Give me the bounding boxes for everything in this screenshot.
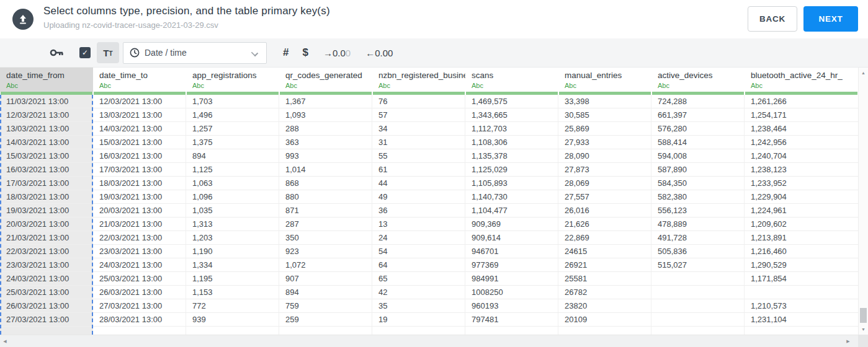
table-cell: 907	[279, 272, 372, 286]
text-type-button[interactable]: TT	[97, 42, 119, 63]
table-cell: 24	[372, 231, 465, 245]
table-cell: 556,123	[651, 204, 745, 217]
column-header-app_registrations[interactable]: app_registrationsAbc	[186, 68, 279, 92]
column-name: date_time_to	[99, 71, 186, 80]
include-column-checkbox[interactable]: ✓	[79, 47, 91, 58]
table-cell: 20/03/2021 13:00	[93, 204, 186, 217]
table-cell: 28,069	[558, 177, 651, 190]
table-row: 21/03/2021 13:0022/03/2021 13:001,203350…	[0, 231, 858, 245]
table-cell: 34	[372, 122, 465, 136]
table-cell: 1,233,952	[745, 177, 858, 190]
table-cell: 594,008	[651, 149, 745, 163]
column-header-qr_codes_generated[interactable]: qr_codes_generatedAbc	[279, 68, 372, 92]
table-cell: 288	[279, 122, 372, 136]
column-type-badge: Abc	[751, 82, 858, 89]
table-cell: 27,873	[558, 163, 651, 177]
column-header-date_time_from[interactable]: date_time_fromAbc	[0, 68, 93, 92]
table-cell: 1,343,665	[465, 108, 558, 122]
table-row: 12/03/2021 13:0013/03/2021 13:001,4961,0…	[0, 108, 858, 122]
column-type-badge: Abc	[565, 82, 651, 89]
column-header-active_devices[interactable]: active_devicesAbc	[651, 68, 745, 92]
table-cell: 582,380	[651, 190, 745, 204]
decrease-precision-button[interactable]: ←0.00	[365, 48, 393, 58]
back-button[interactable]: BACK	[748, 6, 797, 32]
table-cell: 1,240,704	[745, 149, 858, 163]
scroll-up-arrow-icon[interactable]: ▲	[859, 71, 868, 75]
table-cell: 259	[279, 313, 372, 327]
table-cell: 1,105,893	[465, 177, 558, 190]
table-cell: 36	[372, 204, 465, 217]
column-header-nzbn_registered_busine[interactable]: nzbn_registered_busineAbc	[372, 68, 465, 92]
table-cell: 35	[372, 299, 465, 313]
table-cell: 13/03/2021 13:00	[93, 108, 186, 122]
horizontal-scrollbar[interactable]: ◀ ▶	[0, 335, 858, 347]
column-header-scans[interactable]: scansAbc	[465, 68, 558, 92]
table-cell: 19/03/2021 13:00	[0, 204, 93, 217]
table-cell: 588,414	[651, 136, 745, 149]
column-header-bluetooth_active_24_hr_[interactable]: bluetooth_active_24_hr_Abc	[745, 68, 858, 92]
table-cell: 21,626	[558, 217, 651, 231]
table-cell: 1,108,306	[465, 136, 558, 149]
table-cell: 1,125,029	[465, 163, 558, 177]
column-type-badge: Abc	[285, 82, 372, 89]
table-cell: 27,933	[558, 136, 651, 149]
table-cell: 1,096	[186, 190, 279, 204]
table-cell: 661,397	[651, 108, 745, 122]
table-cell	[651, 327, 745, 335]
primary-key-icon[interactable]	[50, 48, 65, 58]
table-cell: 22/03/2021 13:00	[93, 231, 186, 245]
table-cell: 984991	[465, 272, 558, 286]
table-cell: 42	[372, 286, 465, 299]
column-header-manual_entries[interactable]: manual_entriesAbc	[558, 68, 651, 92]
table-cell	[93, 327, 186, 335]
table-cell: 17/03/2021 13:00	[0, 177, 93, 190]
table-cell: 22/03/2021 13:00	[0, 245, 93, 258]
table-cell: 21/03/2021 13:00	[93, 217, 186, 231]
column-type-dropdown[interactable]: Date / time	[123, 42, 267, 64]
table-cell: 939	[186, 313, 279, 327]
table-cell: 894	[279, 286, 372, 299]
table-cell: 44	[372, 177, 465, 190]
table-cell: 54	[372, 245, 465, 258]
table-cell: 1,195	[186, 272, 279, 286]
table-cell: 30,585	[558, 108, 651, 122]
increase-precision-button[interactable]: →0.00	[323, 48, 351, 58]
table-cell: 12/03/2021 13:00	[93, 95, 186, 108]
table-cell: 287	[279, 217, 372, 231]
table-cell: 1,153	[186, 286, 279, 299]
table-cell: 23/03/2021 13:00	[0, 258, 93, 272]
vertical-scrollbar-thumb[interactable]	[860, 308, 867, 323]
table-cell: 797481	[465, 313, 558, 327]
text-type-label-big: T	[103, 48, 109, 58]
table-cell: 22,869	[558, 231, 651, 245]
next-button[interactable]: NEXT	[803, 6, 858, 32]
scroll-down-arrow-icon[interactable]: ▼	[859, 327, 868, 332]
currency-type-button[interactable]: $	[302, 46, 308, 59]
table-cell: 23820	[558, 299, 651, 313]
number-type-button[interactable]: #	[283, 46, 289, 59]
table-row: 16/03/2021 13:0017/03/2021 13:001,1251,0…	[0, 163, 858, 177]
table-cell	[0, 327, 93, 335]
table-cell: 55	[372, 149, 465, 163]
table-cell	[651, 286, 745, 299]
table-cell: 15/03/2021 13:00	[93, 136, 186, 149]
table-cell: 20109	[558, 313, 651, 327]
table-cell: 505,836	[651, 245, 745, 258]
column-type-badge: Abc	[472, 82, 558, 89]
table-cell: 1,334	[186, 258, 279, 272]
table-cell: 1,210,573	[745, 299, 858, 313]
page-title: Select columns type, precision, and the …	[43, 5, 330, 17]
table-cell: 909,369	[465, 217, 558, 231]
table-cell: 1,135,378	[465, 149, 558, 163]
scroll-right-arrow-icon[interactable]: ▶	[843, 339, 853, 344]
vertical-scrollbar[interactable]: ▲ ▼	[858, 68, 868, 335]
table-cell: 26/03/2021 13:00	[0, 299, 93, 313]
table-cell: 880	[279, 190, 372, 204]
scroll-left-arrow-icon[interactable]: ◀	[0, 339, 10, 344]
table-cell: 1,242,956	[745, 136, 858, 149]
upload-icon	[12, 9, 34, 30]
table-cell: 363	[279, 136, 372, 149]
table-cell: 977369	[465, 258, 558, 272]
column-header-date_time_to[interactable]: date_time_toAbc	[93, 68, 186, 92]
table-cell: 26782	[558, 286, 651, 299]
